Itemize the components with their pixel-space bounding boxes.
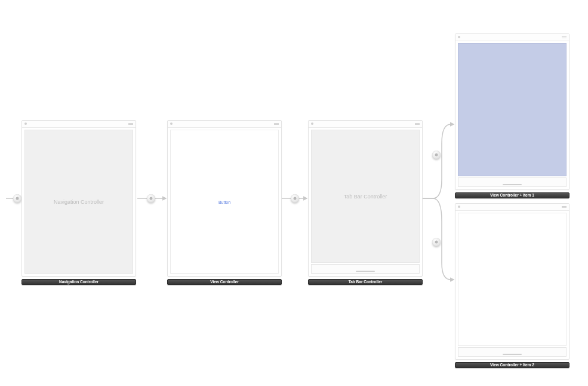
titlebar-dot-icon xyxy=(458,206,460,208)
scene-body[interactable]: Navigation Controller xyxy=(24,130,133,274)
scene-body[interactable] xyxy=(458,213,567,346)
titlebar-dot-icon xyxy=(311,122,313,125)
tab-bar[interactable] xyxy=(311,264,420,274)
caption-navigation-controller[interactable]: Navigation Controller xyxy=(21,279,136,285)
caption-item-1[interactable]: View Controller + Item 1 xyxy=(455,192,569,198)
home-indicator-icon xyxy=(503,354,522,355)
titlebar-dot-icon xyxy=(170,122,173,125)
scene-body[interactable] xyxy=(458,43,567,176)
tab-bar[interactable] xyxy=(458,347,567,357)
titlebar-stripes-icon xyxy=(128,123,133,125)
scene-body[interactable]: Tab Bar Controller xyxy=(311,130,420,263)
segue-nav-to-view[interactable] xyxy=(147,194,155,203)
caption-tab-bar-controller[interactable]: Tab Bar Controller xyxy=(308,279,423,285)
home-indicator-icon xyxy=(503,184,522,185)
segue-tabbar-to-item1[interactable] xyxy=(432,151,441,159)
scene-view-controller[interactable]: Button xyxy=(167,120,282,277)
placeholder-label: Tab Bar Controller xyxy=(312,194,419,200)
scene-tab-bar-controller[interactable]: Tab Bar Controller xyxy=(308,120,423,277)
placeholder-label: Navigation Controller xyxy=(25,199,133,205)
titlebar-stripes-icon xyxy=(274,123,279,125)
scene-titlebar[interactable] xyxy=(455,34,569,41)
titlebar-dot-icon xyxy=(24,122,27,125)
caption-item-2[interactable]: View Controller + Item 2 xyxy=(455,362,569,368)
segue-tabbar-to-item2[interactable] xyxy=(432,238,441,246)
scene-item-2[interactable] xyxy=(455,203,569,360)
scene-titlebar[interactable] xyxy=(309,121,422,128)
titlebar-stripes-icon xyxy=(562,206,567,209)
scene-navigation-controller[interactable]: Navigation Controller xyxy=(21,120,136,277)
scene-titlebar[interactable] xyxy=(455,204,569,211)
titlebar-stripes-icon xyxy=(415,123,420,125)
home-indicator-icon xyxy=(356,271,375,272)
titlebar-stripes-icon xyxy=(562,36,567,39)
segue-view-to-tabbar[interactable] xyxy=(291,194,299,203)
scene-item-1[interactable] xyxy=(455,33,569,190)
scene-body[interactable]: Button xyxy=(170,130,279,274)
segue-initial-icon[interactable] xyxy=(13,194,21,203)
tab-bar[interactable] xyxy=(458,177,567,187)
scene-titlebar[interactable] xyxy=(22,121,136,128)
ui-button[interactable]: Button xyxy=(171,200,278,204)
caption-view-controller[interactable]: View Controller xyxy=(167,279,282,285)
titlebar-dot-icon xyxy=(458,36,460,38)
scene-titlebar[interactable] xyxy=(168,121,281,128)
